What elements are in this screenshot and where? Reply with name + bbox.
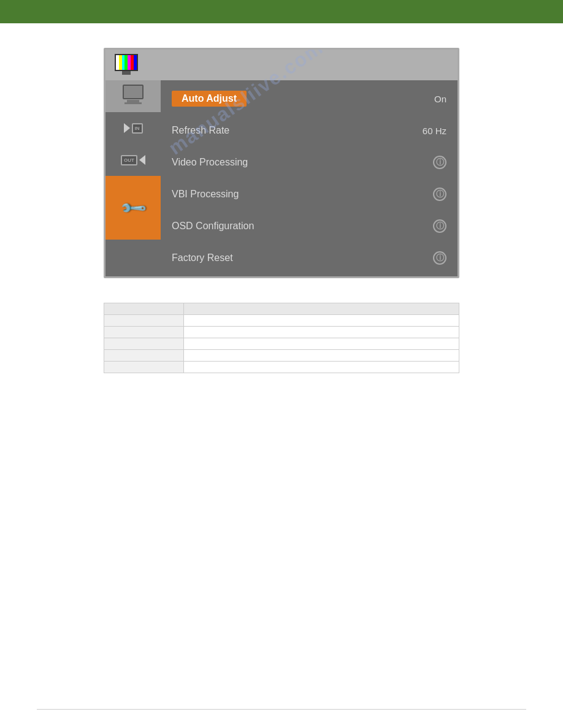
osd-menu-container: manualsliive.com	[104, 48, 459, 278]
video-processing-label: Video Processing	[172, 157, 248, 168]
header-bar	[0, 0, 563, 23]
osd-config-value: ⓘ	[433, 219, 446, 233]
menu-item-factory-reset[interactable]: Factory Reset ⓘ	[161, 242, 458, 274]
video-processing-submenu-icon: ⓘ	[433, 156, 446, 169]
table-cell-2-2	[184, 327, 459, 338]
table-cell-1-1	[104, 315, 184, 327]
osd-body: IN OUT 🔧 Auto	[105, 80, 458, 276]
table-cell-5-2	[184, 362, 459, 373]
auto-adjust-label: Auto Adjust	[172, 91, 247, 107]
table-row-3	[104, 338, 459, 350]
table-row-2	[104, 327, 459, 338]
vbi-processing-value: ⓘ	[433, 188, 446, 201]
in-label: IN	[132, 123, 143, 134]
auto-adjust-value: On	[434, 94, 446, 104]
arrow-in-icon: IN	[124, 123, 143, 134]
menu-item-osd-config[interactable]: OSD Configuration ⓘ	[161, 210, 458, 242]
refresh-rate-label: Refresh Rate	[172, 125, 229, 136]
vbi-processing-submenu-icon: ⓘ	[433, 188, 446, 201]
menu-item-video-processing[interactable]: Video Processing ⓘ	[161, 146, 458, 178]
factory-reset-label: Factory Reset	[172, 252, 233, 264]
osd-top-bar	[105, 50, 458, 80]
tv-icon	[112, 54, 141, 76]
osd-menu-items: Auto Adjust On Refresh Rate 60 Hz Video …	[161, 80, 458, 276]
table-cell-3-2	[184, 338, 459, 350]
factory-reset-value: ⓘ	[433, 251, 446, 265]
table-cell-2-1	[104, 327, 184, 338]
wrench-icon: 🔧	[118, 193, 148, 222]
table-cell-1-2	[184, 315, 459, 327]
computer-monitor	[123, 85, 144, 99]
tv-screen	[115, 54, 138, 71]
video-processing-value: ⓘ	[433, 156, 446, 169]
sidebar-slot-in: IN	[105, 112, 161, 144]
menu-item-vbi-processing[interactable]: VBI Processing ⓘ	[161, 178, 458, 210]
table-row-1	[104, 315, 459, 327]
sidebar-slot-computer	[105, 80, 161, 112]
table-cell-4-1	[104, 350, 184, 362]
osd-config-label: OSD Configuration	[172, 221, 254, 232]
info-table	[104, 303, 459, 373]
table-row-header	[104, 303, 459, 315]
table-cell-5-1	[104, 362, 184, 373]
table-cell-3-1	[104, 338, 184, 350]
arrow-right-icon	[124, 123, 130, 133]
out-label: OUT	[121, 155, 137, 165]
table-row-5	[104, 362, 459, 373]
bottom-divider	[37, 709, 526, 710]
table-row-4	[104, 350, 459, 362]
osd-config-submenu-icon: ⓘ	[433, 219, 446, 233]
menu-item-refresh-rate[interactable]: Refresh Rate 60 Hz	[161, 115, 458, 146]
menu-item-auto-adjust[interactable]: Auto Adjust On	[161, 83, 458, 115]
table-cell-4-2	[184, 350, 459, 362]
tv-stand	[122, 71, 131, 75]
computer-icon	[120, 85, 146, 108]
sidebar-slot-settings: 🔧	[105, 176, 161, 240]
sidebar-slot-out: OUT	[105, 144, 161, 176]
computer-stand-bottom	[124, 102, 142, 104]
arrow-left-icon	[139, 155, 145, 165]
vbi-processing-label: VBI Processing	[172, 189, 239, 200]
factory-reset-submenu-icon: ⓘ	[433, 251, 446, 265]
arrow-out-icon: OUT	[121, 155, 145, 165]
main-content: manualsliive.com	[0, 23, 563, 392]
osd-sidebar: IN OUT 🔧	[105, 80, 161, 276]
table-header-col2	[184, 303, 459, 315]
table-header-col1	[104, 303, 184, 315]
refresh-rate-value: 60 Hz	[423, 126, 446, 136]
